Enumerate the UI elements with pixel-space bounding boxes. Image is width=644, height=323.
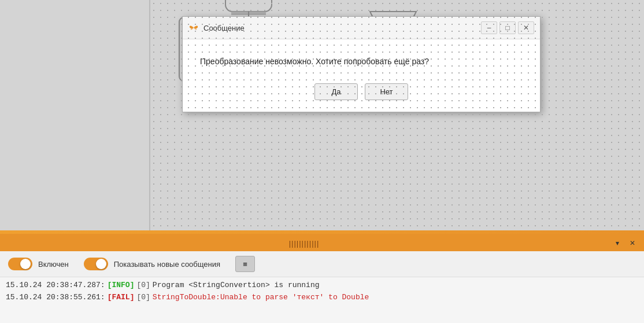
log-message: StringToDouble:Unable to parse 'текст' t… <box>153 292 369 304</box>
log-timestamp: 15.10.24 20:38:55.261: <box>6 292 105 304</box>
grip-icon: |||||||||||| <box>289 239 320 248</box>
dialog-yes-button[interactable]: Да <box>314 83 358 100</box>
dialog-no-button[interactable]: Нет <box>365 83 408 100</box>
collapse-button[interactable]: ▾ <box>612 237 623 249</box>
enabled-toggle[interactable] <box>8 258 32 270</box>
enabled-toggle-knob <box>20 259 31 269</box>
dialog-body: Преобразование невозможно. Хотите попроб… <box>183 39 540 112</box>
bottom-toolbar: |||||||||||| ▾ ✕ <box>0 235 644 251</box>
log-thread: [0] <box>136 280 150 292</box>
bottom-panel: |||||||||||| ▾ ✕ Включен Показывать новы… <box>0 234 644 323</box>
svg-rect-0 <box>225 0 272 12</box>
bottom-toolbar-center: |||||||||||| <box>6 239 602 248</box>
dialog: Сообщение – □ ✕ Преобразование невозможн… <box>182 16 541 112</box>
dialog-actions: Да Нет <box>200 83 523 100</box>
messages-icon: ≡ <box>243 260 247 269</box>
brand-icon <box>188 23 199 33</box>
dialog-close-button[interactable]: ✕ <box>518 21 534 34</box>
dialog-maximize-button[interactable]: □ <box>499 21 516 34</box>
log-timestamp: 15.10.24 20:38:47.287: <box>6 280 105 292</box>
show-messages-toggle-knob <box>96 259 106 269</box>
log-line: 15.10.24 20:38:55.261:[FAIL][0]StringToD… <box>6 292 638 304</box>
show-messages-toggle[interactable] <box>84 258 108 270</box>
log-area: 15.10.24 20:38:47.287:[INFO][0]Program <… <box>0 277 644 323</box>
controls-row: Включен Показывать новые сообщения ≡ <box>0 251 644 277</box>
dialog-title: Сообщение <box>203 24 481 32</box>
canvas-area: Сообщение – □ ✕ Преобразование невозможн… <box>0 0 644 230</box>
log-level: [INFO] <box>108 280 135 292</box>
dialog-controls: – □ ✕ <box>481 21 534 34</box>
dialog-titlebar: Сообщение – □ ✕ <box>183 17 540 39</box>
log-level: [FAIL] <box>108 292 135 304</box>
log-thread: [0] <box>136 292 150 304</box>
svg-rect-1 <box>231 12 266 15</box>
log-message: Program <StringConvertion> is running <box>153 280 320 292</box>
log-line: 15.10.24 20:38:47.287:[INFO][0]Program <… <box>6 280 638 292</box>
bottom-toolbar-right: ▾ ✕ <box>612 237 638 249</box>
show-messages-label: Показывать новые сообщения <box>114 260 220 269</box>
enabled-label: Включен <box>38 260 69 269</box>
messages-icon-button[interactable]: ≡ <box>235 256 255 272</box>
panel-close-button[interactable]: ✕ <box>627 237 638 249</box>
dialog-message: Преобразование невозможно. Хотите попроб… <box>200 57 523 66</box>
dialog-minimize-button[interactable]: – <box>481 21 497 34</box>
left-panel <box>0 0 150 230</box>
